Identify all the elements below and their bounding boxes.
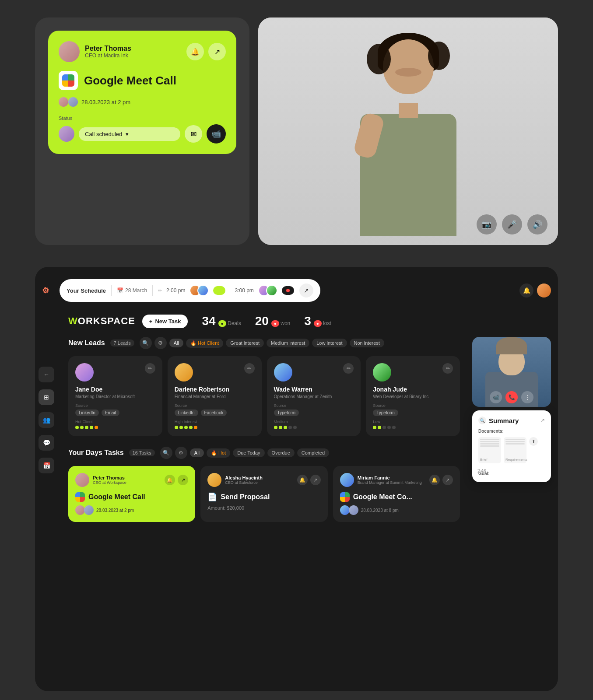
dashboard-container: ⚙ Your Schedule 📅 28 March ✏ 2:00 pm <box>35 267 558 691</box>
speaker-icon[interactable]: 🔊 <box>527 214 547 234</box>
dot2-4 <box>189 426 193 429</box>
tasks-filter-button[interactable]: ⚙ <box>175 447 187 459</box>
filter-non[interactable]: Non interest <box>350 339 384 347</box>
status-dropdown[interactable]: Call scheduled ▾ <box>79 127 180 141</box>
divider-1 <box>111 285 112 296</box>
expand-button[interactable]: ↗ <box>208 43 226 60</box>
filter-all[interactable]: All <box>169 339 183 347</box>
lead-name-1: Jane Doe <box>75 386 155 393</box>
lead-card-4: ✏ Jonah Jude Web Developer at Binary Inc… <box>366 356 460 436</box>
overlay-end-call-icon[interactable]: 📞 <box>505 391 518 403</box>
task-amount-2: Amount: $20,000 <box>207 505 320 511</box>
sidebar-icon-grid[interactable]: ⊞ <box>39 389 54 405</box>
lead-edit-2[interactable]: ✏ <box>244 363 255 374</box>
sidebar-icon-back[interactable]: ← <box>39 367 54 382</box>
filter-great[interactable]: Great interest <box>226 339 264 347</box>
lead-avatar-2 <box>175 363 193 382</box>
lead-edit-1[interactable]: ✏ <box>145 363 155 374</box>
task-avatar-3 <box>340 473 354 487</box>
notification-icon[interactable]: 🔔 <box>519 284 533 298</box>
task-filter-due[interactable]: Due Today <box>233 448 264 457</box>
video-call-button[interactable]: 📹 <box>207 124 226 144</box>
sidebar-icon-calendar[interactable]: 📅 <box>39 458 54 473</box>
task-date-1: 28.03.2023 at 2 pm <box>75 505 188 515</box>
task-bell-icon-3[interactable]: 🔔 <box>429 475 440 485</box>
sidebar-icon-message[interactable]: 💬 <box>39 435 54 451</box>
lead-name-2: Darlene Robertson <box>175 386 255 393</box>
task-card-2: Alesha Hyacinth CEO at Salesforce 🔔 ↗ 📄 <box>200 466 327 522</box>
won-label: ● won <box>271 320 290 326</box>
task-filter-hot[interactable]: 🔥 Hot <box>207 448 230 458</box>
source-tag-email: Email <box>102 410 119 416</box>
microphone-icon[interactable]: 🎤 <box>502 214 522 234</box>
meet-card: Peter Thomas CEO at Madira Ink 🔔 ↗ <box>48 31 236 154</box>
dot4-5 <box>392 426 396 429</box>
dot3-1 <box>274 426 277 429</box>
task-user-name-3: Miriam Fannie <box>358 475 422 480</box>
camera-icon[interactable]: 📷 <box>477 214 497 234</box>
tasks-search-button[interactable]: 🔍 <box>160 447 172 459</box>
doc-line-7 <box>505 443 525 444</box>
task-date-avatar-1 <box>75 505 85 515</box>
summary-search-icon[interactable]: 🔍 <box>478 416 486 424</box>
lead-card-3: ✏ Wade Warren Operations Manager at Zeni… <box>267 356 361 436</box>
dot2-2 <box>179 426 183 429</box>
task-expand-icon-2[interactable]: ↗ <box>310 475 321 485</box>
task-filter-all[interactable]: All <box>190 448 204 457</box>
video-overlay-controls: 📹 📞 ⋮ <box>472 391 551 403</box>
overlay-camera-icon[interactable]: 📹 <box>490 391 502 403</box>
meet-date-row: 28.03.2023 at 2 pm <box>59 97 226 107</box>
status-row: Call scheduled ▾ ✉ 📹 <box>59 124 226 144</box>
dot3-3 <box>284 426 287 429</box>
lead-edit-3[interactable]: ✏ <box>343 363 354 374</box>
upload-icon[interactable]: ⬆ <box>529 437 538 446</box>
overlay-dots-icon[interactable]: ⋮ <box>521 391 533 403</box>
lost-label: ● lost <box>314 320 331 326</box>
task-bell-icon-2[interactable]: 🔔 <box>297 475 308 485</box>
time-highlight <box>213 286 225 295</box>
gmeet-colors <box>62 74 74 87</box>
time-slot-1: 2:00 pm <box>166 287 185 294</box>
interest-label-1: Hot Client <box>75 420 155 424</box>
dot4-4 <box>387 426 391 429</box>
task-expand-icon-3[interactable]: ↗ <box>442 475 453 485</box>
dot-5 <box>95 426 98 429</box>
schedule-bar: Your Schedule 📅 28 March ✏ 2:00 pm <box>60 279 320 302</box>
dot3-2 <box>279 426 282 429</box>
card-actions: 🔔 ↗ <box>186 43 226 60</box>
person-placeholder <box>258 18 558 245</box>
doc-label-1: Brief <box>480 458 499 462</box>
task-user-details-1: Peter Thomas CEO at Workspace <box>93 475 126 485</box>
task-card-header-2: Alesha Hyacinth CEO at Salesforce 🔔 ↗ <box>207 473 320 487</box>
user-avatar[interactable] <box>537 284 551 298</box>
top-bar: ⚙ Your Schedule 📅 28 March ✏ 2:00 pm <box>35 267 558 309</box>
dot-4 <box>90 426 93 429</box>
task-filter-completed[interactable]: Completed <box>297 448 329 457</box>
filter-hot[interactable]: 🔥 Hot Client <box>186 339 223 348</box>
task-avatar-1 <box>75 473 89 487</box>
filter-low[interactable]: Low interest <box>312 339 347 347</box>
schedule-expand-button[interactable]: ↗ <box>299 284 313 298</box>
search-button[interactable]: 🔍 <box>140 337 152 349</box>
interest-dots-3 <box>274 426 354 429</box>
schedule-date: 📅 28 March <box>117 287 147 294</box>
task-filter-overdue[interactable]: Overdue <box>267 448 295 457</box>
task-expand-icon[interactable]: ↗ <box>178 475 188 485</box>
filter-medium[interactable]: Medium interest <box>267 339 309 347</box>
lead-edit-4[interactable]: ✏ <box>442 363 453 374</box>
summary-expand-icon[interactable]: ↗ <box>540 417 545 424</box>
new-task-button[interactable]: + New Task <box>142 315 188 328</box>
filter-button[interactable]: ⚙ <box>154 337 167 349</box>
task-bell-icon[interactable]: 🔔 <box>165 475 175 485</box>
lead-avatar-1 <box>75 363 94 382</box>
workspace-w: W <box>68 315 78 326</box>
leads-title: New Leads <box>68 339 105 347</box>
task-date-av1 <box>340 505 350 515</box>
sidebar-icon-users[interactable]: 👥 <box>39 412 54 428</box>
lead-card-header-3: ✏ <box>274 363 354 382</box>
leads-filters: 🔍 ⚙ All 🔥 Hot Client Great interest Medi… <box>140 337 384 349</box>
schedule-label: Your Schedule <box>67 287 106 294</box>
bell-button[interactable]: 🔔 <box>186 43 204 60</box>
hair-curl-left <box>367 44 391 74</box>
email-button[interactable]: ✉ <box>185 125 202 143</box>
